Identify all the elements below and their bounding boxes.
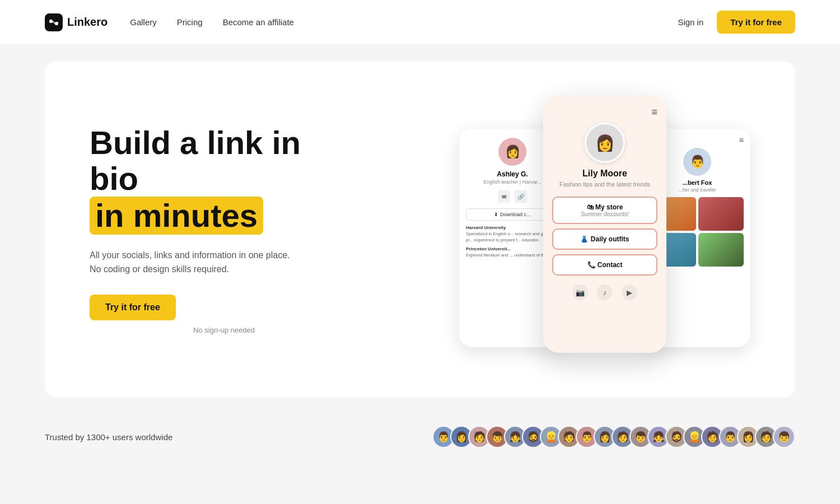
nav-link-pricing[interactable]: Pricing — [177, 17, 203, 27]
phone-center-btn1: 🛍 My store Summer discounts! — [552, 197, 657, 224]
nav-left: Linkero Gallery Pricing Become an affili… — [45, 13, 294, 31]
brand-name: Linkero — [67, 16, 108, 29]
user-avatars-row: 👨👩🧑👦👧🧔👱🧑👨👩🧑👦👧🧔👱🧑👨👩🧑👦 — [432, 426, 795, 448]
phone-center-menu-icon: ≡ — [651, 106, 657, 118]
instagram-icon: 📷 — [572, 284, 588, 300]
user-avatar: 👦 — [773, 426, 795, 448]
mail-icon: ✉ — [498, 190, 510, 203]
nav-link-gallery[interactable]: Gallery — [130, 17, 157, 27]
phone-center-socials: 📷 ♪ ▶ — [572, 284, 637, 300]
nav-item-pricing[interactable]: Pricing — [177, 17, 203, 27]
trusted-section: Trusted by 1300+ users worldwide 👨👩🧑👦👧🧔👱… — [0, 414, 840, 470]
hero-title: Build a link in bio in minutes — [90, 125, 358, 234]
phone-right-img-4 — [698, 233, 744, 267]
navbar: Linkero Gallery Pricing Become an affili… — [0, 0, 840, 45]
hero-subtitle-line2: No coding or design skills required. — [90, 264, 229, 274]
hero-subtitle: All your socials, links and information … — [90, 248, 358, 277]
nav-links: Gallery Pricing Become an affiliate — [130, 17, 294, 27]
phone-center-bio: Fashion tips and the latest trends — [559, 181, 650, 188]
hero-section: Build a link in bio in minutes All your … — [45, 62, 795, 398]
no-signup-text: No sign-up needed — [90, 326, 358, 334]
hero-title-highlight: in minutes — [90, 197, 263, 235]
trusted-text: Trusted by 1300+ users worldwide — [45, 432, 172, 442]
phone-right-avatar: 👨 — [683, 148, 711, 176]
nav-item-gallery[interactable]: Gallery — [130, 17, 157, 27]
phone-right-img-2 — [698, 197, 744, 231]
hero-title-line1: Build a link in bio — [90, 124, 301, 197]
logo-icon — [45, 13, 63, 31]
phone-center: ≡ 👩 Lily Moore Fashion tips and the late… — [543, 95, 666, 353]
nav-link-affiliate[interactable]: Become an affiliate — [223, 17, 294, 27]
sign-in-button[interactable]: Sign in — [678, 17, 703, 27]
phone-left-avatar: 👩 — [498, 138, 526, 166]
phones-mockup: 👩 Ashley G. English teacher | Harvar... … — [459, 95, 750, 364]
nav-right: Sign in Try it for free — [678, 11, 795, 34]
youtube-icon: ▶ — [622, 284, 637, 300]
phone-center-btn2: 👗 Daily outfits — [552, 228, 657, 250]
phone-center-btn3: 📞 Contact — [552, 254, 657, 276]
nav-item-affiliate[interactable]: Become an affiliate — [223, 17, 294, 27]
hero-subtitle-line1: All your socials, links and information … — [90, 250, 290, 260]
logo[interactable]: Linkero — [45, 13, 108, 31]
tiktok-icon: ♪ — [597, 284, 613, 300]
phone-center-btn1-sub: Summer discounts! — [581, 211, 629, 217]
phone-center-btn2-label: 👗 Daily outfits — [580, 235, 629, 243]
hero-cta-button[interactable]: Try it for free — [90, 295, 176, 320]
link-icon: 🔗 — [515, 190, 527, 203]
phone-center-btn3-label: 📞 Contact — [587, 261, 623, 269]
svg-rect-0 — [49, 20, 53, 23]
phone-center-btn1-main: 🛍 My store — [587, 203, 623, 211]
hero-text-block: Build a link in bio in minutes All your … — [90, 125, 358, 334]
phone-center-name: Lily Moore — [582, 169, 627, 179]
svg-rect-1 — [55, 22, 58, 25]
phone-center-avatar: 👩 — [585, 123, 625, 163]
nav-cta-button[interactable]: Try it for free — [717, 11, 795, 34]
